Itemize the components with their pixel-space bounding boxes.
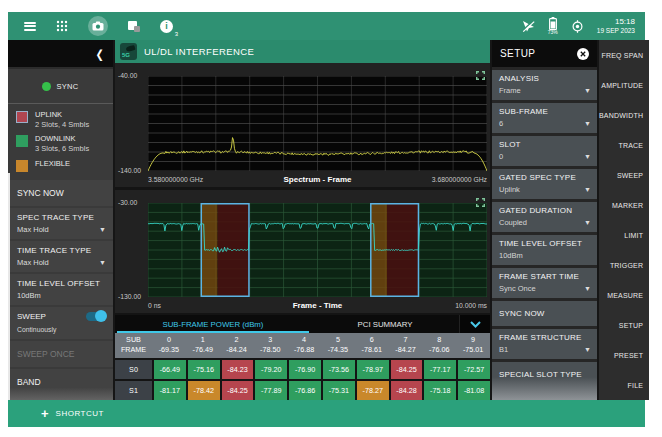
screenshot-icon[interactable] — [128, 21, 140, 32]
setup-item-sub-frame[interactable]: SUB-FRAME6▼ — [492, 103, 597, 133]
table-cell[interactable]: -72.57 — [458, 360, 490, 379]
sidebar-header: ❮ — [8, 40, 113, 67]
camera-icon[interactable] — [88, 16, 108, 36]
setup-item-slot[interactable]: SLOT0▼ — [492, 136, 597, 166]
setup-item-special-slot-type[interactable]: SPECIAL SLOT TYPE — [492, 362, 597, 400]
menu-file[interactable]: FILE — [599, 370, 649, 400]
setup-item-analysis[interactable]: ANALYSISFrame▼ — [492, 70, 597, 100]
menu-limit[interactable]: LIMIT — [599, 220, 649, 250]
cast-disabled-icon[interactable] — [521, 20, 535, 32]
setup-item-time-level-offset[interactable]: TIME LEVEL OFFSET10dBm — [492, 235, 597, 265]
result-tabs: SUB-FRAME POWER (dBm) PCI SUMMARY — [115, 315, 490, 333]
column-header-3: 3-78.50 — [253, 333, 287, 358]
setup-panel-title: SETUP — [500, 48, 535, 59]
table-cell[interactable]: -77.89 — [255, 381, 287, 400]
menu-trace[interactable]: TRACE — [599, 130, 649, 160]
table-row: S1-81.17-78.42-84.25-77.89-76.86-75.31-7… — [115, 381, 490, 400]
notification-count: 3 — [175, 31, 178, 37]
menu-preset[interactable]: PRESET — [599, 340, 649, 370]
legend-text: DOWNLINK3 Slots, 6 Smbls — [35, 134, 89, 154]
table-cell[interactable]: -76.86 — [289, 381, 321, 400]
expand-frame-time-icon[interactable] — [476, 193, 485, 211]
table-cell[interactable]: -75.18 — [424, 381, 456, 400]
setup-item-sync-now[interactable]: SYNC NOW — [492, 301, 597, 326]
table-cell[interactable]: -79.20 — [255, 360, 287, 379]
table-cell[interactable]: -81.17 — [154, 381, 186, 400]
setup-item-gated-spec-type[interactable]: GATED SPEC TYPEUplink▼ — [492, 169, 597, 199]
tab-subframe-power[interactable]: SUB-FRAME POWER (dBm) — [115, 315, 311, 333]
legend-swatch — [16, 160, 28, 172]
band-button[interactable]: BAND — [8, 369, 113, 401]
legend-swatch — [16, 135, 28, 147]
table-cell[interactable]: -66.49 — [154, 360, 186, 379]
setup-panel: SETUP ANALYSISFrame▼SUB-FRAME6▼SLOT0▼GAT… — [492, 40, 597, 400]
divider — [8, 103, 113, 104]
menu-amplitude[interactable]: AMPLITUDE — [599, 70, 649, 100]
menu-bandwidth[interactable]: BANDWIDTH — [599, 100, 649, 130]
sidebar-control-spec-trace-type[interactable]: SPEC TRACE TYPEMax Hold▼ — [8, 208, 113, 239]
sidebar-control-time-level-offset[interactable]: TIME LEVEL OFFSET10dBm — [8, 274, 113, 305]
shortcut-bar[interactable]: + SHORTCUT — [8, 400, 645, 427]
table-cell[interactable]: -75.31 — [323, 381, 355, 400]
battery-icon[interactable]: 73% — [548, 17, 558, 35]
expand-spectrum-icon[interactable] — [476, 66, 485, 84]
table-cell[interactable]: -73.56 — [323, 360, 355, 379]
menu-marker[interactable]: MARKER — [599, 190, 649, 220]
apps-grid-icon[interactable] — [56, 20, 68, 32]
sweep-toggle[interactable] — [86, 312, 106, 321]
menu-measure[interactable]: MEASURE — [599, 280, 649, 310]
sidebar-scrollbar[interactable] — [8, 173, 10, 400]
table-cell[interactable]: -78.97 — [357, 360, 389, 379]
table-cell[interactable]: -81.08 — [458, 381, 490, 400]
measurement-title-bar: 5G UL/DL INTERFERENCE — [115, 40, 490, 63]
column-header-6: 6-78.61 — [355, 333, 389, 358]
table-cell[interactable]: -84.28 — [391, 381, 423, 400]
table-corner-header: SUBFRAME — [115, 333, 152, 358]
sweep-control[interactable]: SWEEP Continuously — [8, 307, 113, 339]
setup-panel-header: SETUP — [492, 40, 597, 67]
tab-pci-summary[interactable]: PCI SUMMARY — [311, 315, 459, 333]
menu-setup[interactable]: SETUP — [599, 310, 649, 340]
setup-item-gated-duration[interactable]: GATED DURATIONCoupled▼ — [492, 202, 597, 232]
spectrum-chart-title: Spectrum - Frame — [148, 175, 487, 184]
info-icon[interactable]: i 3 — [160, 20, 173, 33]
right-menu: FREQ SPANAMPLITUDEBANDWIDTHTRACESWEEPMAR… — [599, 40, 649, 400]
table-cell[interactable]: -84.23 — [222, 360, 254, 379]
row-label-S0: S0 — [115, 360, 152, 379]
setup-item-frame-start-time[interactable]: FRAME START TIMESync Once▼ — [492, 268, 597, 298]
setup-item-frame-structure[interactable]: FRAME STRUCTUREB1▼ — [492, 329, 597, 359]
clock: 15:18 19 SEP 2023 — [597, 17, 635, 35]
table-cell[interactable]: -84.25 — [391, 360, 423, 379]
table-cell[interactable]: -78.27 — [357, 381, 389, 400]
column-header-1: 1-76.49 — [186, 333, 220, 358]
sync-indicator-dot — [42, 82, 51, 91]
table-cell[interactable]: -76.90 — [289, 360, 321, 379]
app-window: i 3 73% 15:18 19 SEP 2023 — [8, 12, 645, 427]
sidebar-body: SYNC UPLINK2 Slots, 4 SmblsDOWNLINK3 Slo… — [8, 69, 113, 400]
sync-now-button[interactable]: SYNC NOW — [8, 180, 113, 206]
gps-icon[interactable] — [571, 20, 584, 33]
menu-icon[interactable] — [24, 22, 36, 31]
legend-item: UPLINK2 Slots, 4 Smbls — [16, 110, 105, 130]
close-setup-icon[interactable] — [577, 48, 589, 60]
date: 19 SEP 2023 — [597, 27, 635, 35]
menu-trigger[interactable]: TRIGGER — [599, 250, 649, 280]
collapse-sidebar-icon[interactable]: ❮ — [96, 47, 104, 60]
table-cell[interactable]: -84.25 — [222, 381, 254, 400]
spectrum-plot[interactable] — [148, 76, 487, 171]
sidebar-control-time-trace-type[interactable]: TIME TRACE TYPEMax Hold▼ — [8, 241, 113, 272]
left-sidebar: ❮ SYNC UPLINK2 Slots, 4 SmblsDOWNLINK3 S… — [8, 40, 113, 400]
frame-time-panel: -30.00 -130.00 0 ns Frame - Time 10.000 … — [115, 190, 490, 313]
legend-item: FLEXIBLE — [16, 159, 105, 172]
main-area: 5G UL/DL INTERFERENCE -40.00 -140.00 3.5… — [115, 40, 490, 400]
sync-status: SYNC — [8, 69, 113, 97]
subframe-power-table: SUBFRAME0-69.351-76.492-84.243-78.504-76… — [115, 333, 490, 400]
battery-percent: 73% — [548, 30, 558, 35]
table-cell[interactable]: -75.16 — [188, 360, 220, 379]
table-cell[interactable]: -77.17 — [424, 360, 456, 379]
menu-sweep[interactable]: SWEEP — [599, 160, 649, 190]
collapse-table-icon[interactable] — [459, 315, 490, 333]
frame-time-plot[interactable] — [148, 203, 487, 297]
table-cell[interactable]: -78.42 — [188, 381, 220, 400]
menu-freq-span[interactable]: FREQ SPAN — [599, 40, 649, 70]
